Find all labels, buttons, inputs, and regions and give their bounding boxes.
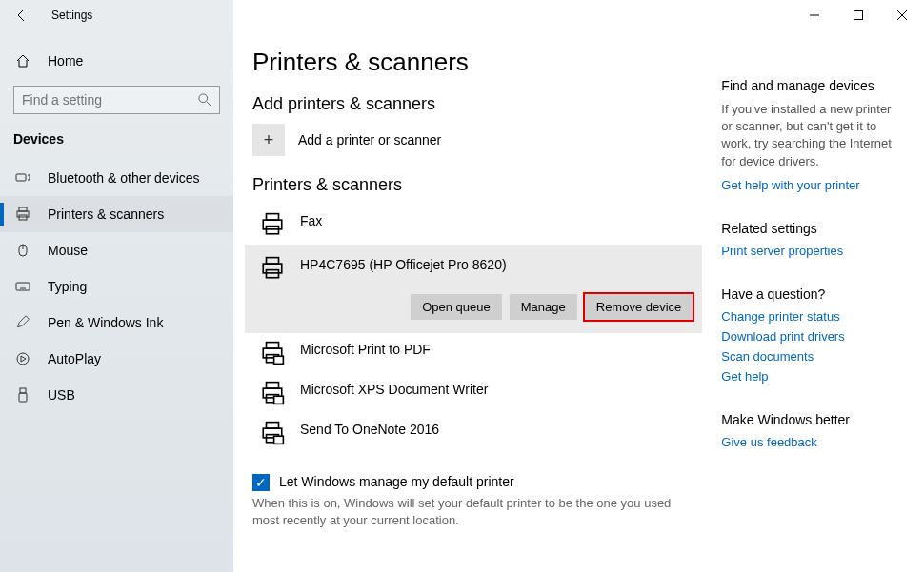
- printer-icon: [258, 339, 287, 367]
- svg-rect-23: [267, 258, 279, 265]
- svg-rect-7: [19, 207, 27, 211]
- svg-line-5: [207, 102, 211, 106]
- usb-icon: [13, 387, 32, 403]
- right-panel: Find and manage devices If you've instal…: [721, 48, 905, 572]
- sidebar-item-label: AutoPlay: [32, 351, 101, 366]
- search-input[interactable]: [22, 92, 198, 108]
- svg-point-17: [17, 353, 29, 365]
- add-section-header: Add printers & scanners: [252, 94, 693, 114]
- printer-list-header: Printers & scanners: [252, 175, 693, 195]
- svg-rect-26: [267, 343, 279, 349]
- svg-rect-37: [274, 436, 284, 444]
- printer-item-xps[interactable]: Microsoft XPS Document Writer: [252, 373, 693, 413]
- sidebar-item-pen[interactable]: Pen & Windows Ink: [0, 305, 233, 341]
- sidebar-item-typing[interactable]: Typing: [0, 268, 233, 305]
- find-devices-header: Find and manage devices: [721, 78, 905, 93]
- checkbox-help-text: When this is on, Windows will set your d…: [252, 495, 693, 529]
- svg-rect-18: [20, 388, 26, 393]
- titlebar: Settings: [0, 0, 924, 30]
- svg-rect-1: [854, 11, 863, 20]
- search-icon: [198, 93, 211, 107]
- sidebar-item-label: Pen & Windows Ink: [32, 315, 163, 330]
- close-button[interactable]: [880, 0, 924, 30]
- keyboard-icon: [13, 279, 32, 294]
- svg-rect-29: [274, 356, 284, 364]
- give-feedback-link[interactable]: Give us feedback: [721, 435, 905, 449]
- printer-item-onenote[interactable]: Send To OneNote 2016: [252, 413, 693, 453]
- plus-icon: +: [252, 124, 285, 156]
- printer-name: Fax: [287, 210, 322, 228]
- sidebar-item-label: Printers & scanners: [32, 207, 164, 222]
- printer-icon: [258, 419, 287, 447]
- svg-rect-6: [16, 174, 26, 181]
- change-status-link[interactable]: Change printer status: [721, 309, 905, 324]
- sidebar-item-mouse[interactable]: Mouse: [0, 232, 233, 268]
- home-icon: [13, 53, 32, 69]
- sidebar-item-label: USB: [32, 387, 75, 403]
- printer-item-fax[interactable]: Fax: [252, 205, 693, 245]
- default-printer-checkbox-row[interactable]: ✓ Let Windows manage my default printer: [252, 474, 693, 491]
- printer-name: Microsoft XPS Document Writer: [287, 379, 488, 397]
- add-printer-row[interactable]: + Add a printer or scanner: [252, 124, 693, 156]
- svg-rect-30: [267, 383, 279, 389]
- printer-name: HP4C7695 (HP Officejet Pro 8620): [287, 254, 507, 283]
- page-title: Printers & scanners: [252, 48, 693, 77]
- question-header: Have a question?: [721, 286, 905, 302]
- printer-item-selected[interactable]: HP4C7695 (HP Officejet Pro 8620): [245, 245, 702, 294]
- svg-rect-33: [274, 396, 284, 404]
- search-box[interactable]: [13, 86, 220, 114]
- minimize-button[interactable]: [793, 0, 836, 30]
- find-devices-body: If you've installed a new printer or sca…: [721, 101, 905, 170]
- autoplay-icon: [13, 351, 32, 366]
- sidebar-item-label: Mouse: [32, 243, 88, 258]
- printer-icon: [258, 379, 287, 407]
- maximize-button[interactable]: [836, 0, 880, 30]
- manage-button[interactable]: Manage: [510, 294, 577, 320]
- back-button[interactable]: [0, 0, 44, 30]
- mouse-icon: [13, 243, 32, 258]
- sidebar: Home Devices Bluetooth & other devices P…: [0, 30, 233, 572]
- add-printer-label: Add a printer or scanner: [285, 132, 441, 148]
- window-title: Settings: [44, 9, 92, 22]
- svg-rect-12: [16, 283, 30, 290]
- printer-name: Microsoft Print to PDF: [287, 339, 431, 357]
- sidebar-section-label: Devices: [0, 124, 233, 154]
- home-label: Home: [32, 53, 83, 69]
- print-server-link[interactable]: Print server properties: [721, 244, 905, 258]
- get-help-link[interactable]: Get help: [721, 369, 905, 384]
- printer-icon: [258, 254, 287, 283]
- svg-rect-19: [19, 393, 27, 402]
- printer-icon: [258, 210, 287, 239]
- sidebar-item-label: Typing: [32, 279, 87, 294]
- checkbox-checked-icon[interactable]: ✓: [252, 474, 270, 491]
- get-help-printer-link[interactable]: Get help with your printer: [721, 178, 905, 192]
- checkbox-label: Let Windows manage my default printer: [270, 474, 514, 489]
- sidebar-item-bluetooth[interactable]: Bluetooth & other devices: [0, 160, 233, 196]
- sidebar-item-label: Bluetooth & other devices: [32, 170, 200, 186]
- sidebar-item-autoplay[interactable]: AutoPlay: [0, 341, 233, 377]
- svg-rect-34: [267, 423, 279, 429]
- open-queue-button[interactable]: Open queue: [411, 294, 502, 320]
- pen-icon: [13, 315, 32, 330]
- sidebar-home[interactable]: Home: [0, 42, 233, 80]
- printer-icon: [13, 207, 32, 222]
- svg-point-4: [199, 94, 208, 103]
- sidebar-item-usb[interactable]: USB: [0, 377, 233, 413]
- download-drivers-link[interactable]: Download print drivers: [721, 329, 905, 344]
- printer-name: Send To OneNote 2016: [287, 419, 439, 437]
- printer-item-pdf[interactable]: Microsoft Print to PDF: [252, 333, 693, 373]
- bluetooth-icon: [13, 170, 32, 186]
- sidebar-item-printers[interactable]: Printers & scanners: [0, 196, 233, 232]
- remove-device-button[interactable]: Remove device: [585, 294, 693, 320]
- feedback-header: Make Windows better: [721, 412, 905, 427]
- svg-rect-20: [267, 214, 279, 221]
- scan-documents-link[interactable]: Scan documents: [721, 349, 905, 364]
- related-settings-header: Related settings: [721, 221, 905, 236]
